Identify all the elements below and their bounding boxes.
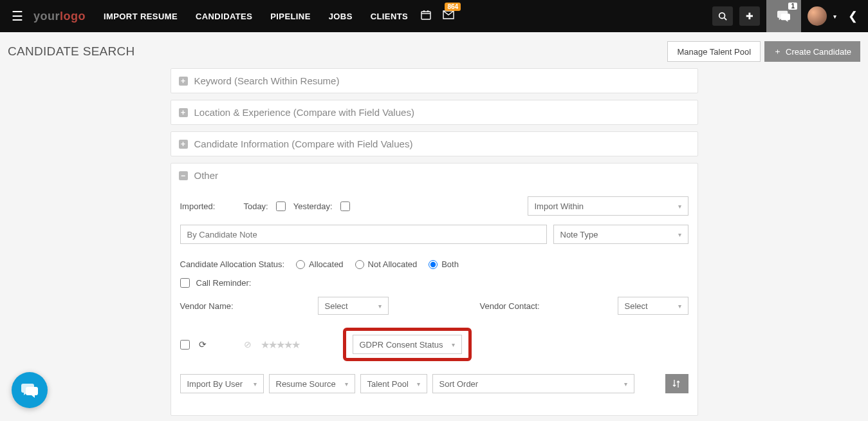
logo-part1: your	[33, 10, 60, 23]
hamburger-icon[interactable]: ☰	[5, 8, 30, 24]
gdpr-consent-select[interactable]: GDPR Consent Status ▾	[353, 335, 462, 354]
vendor-name-select[interactable]: Select ▾	[318, 297, 389, 315]
nav-icon-group: 864	[421, 10, 454, 23]
today-checkbox[interactable]	[276, 201, 286, 211]
panel-other-body: Imported: Today: Yesterday: Import Withi…	[171, 187, 697, 415]
star-rating[interactable]: ★★★★★	[261, 339, 299, 351]
chevron-down-icon: ▾	[678, 231, 681, 238]
note-type-select[interactable]: Note Type ▾	[553, 225, 688, 244]
talent-pool-select[interactable]: Talent Pool ▾	[360, 374, 427, 393]
nav-candidates[interactable]: CANDIDATES	[196, 12, 252, 21]
panel-other-head[interactable]: − Other	[171, 164, 697, 187]
sort-order-select[interactable]: Sort Order ▾	[432, 374, 634, 393]
talent-pool-value: Talent Pool	[367, 379, 409, 389]
page-title: CANDIDATE SEARCH	[8, 44, 135, 59]
chevron-down-icon: ▾	[345, 380, 348, 388]
panel-other: − Other Imported: Today: Yesterday: Impo…	[171, 163, 698, 416]
vendor-name-label: Vendor Name:	[180, 301, 309, 311]
logo-part2: logo	[60, 10, 86, 23]
vendor-contact-value: Select	[625, 301, 648, 311]
yesterday-label: Yesterday:	[293, 201, 333, 211]
call-reminder-label: Call Reminder:	[196, 278, 252, 288]
import-by-user-select[interactable]: Import By User ▾	[180, 374, 264, 393]
avatar[interactable]	[808, 6, 827, 26]
alloc-both-option[interactable]: Both	[429, 259, 459, 269]
collapse-right-icon[interactable]: ❮	[843, 9, 863, 23]
import-within-select[interactable]: Import Within ▾	[528, 196, 688, 216]
vendor-contact-select[interactable]: Select ▾	[618, 297, 688, 315]
expand-icon: +	[179, 77, 188, 86]
panel-other-title: Other	[194, 170, 219, 181]
main-nav: IMPORT RESUME CANDIDATES PIPELINE JOBS C…	[104, 12, 408, 21]
nav-clients[interactable]: CLIENTS	[371, 12, 408, 21]
block-icon: ⊘	[244, 339, 252, 350]
chevron-down-icon: ▾	[678, 203, 681, 210]
logo[interactable]: yourlogo	[33, 10, 86, 23]
allocation-label: Candidate Allocation Status:	[180, 259, 285, 269]
chevron-down-icon: ▾	[378, 303, 382, 310]
svg-line-5	[725, 18, 727, 21]
refresh-icon[interactable]: ⟳	[199, 339, 207, 350]
chevron-down-icon: ▾	[624, 380, 627, 388]
panel-keyword-title: Keyword (Search Within Resume)	[194, 75, 340, 86]
alloc-both-radio[interactable]	[429, 260, 438, 269]
alloc-not-allocated-label: Not Allocated	[368, 259, 418, 269]
candidate-note-input[interactable]	[180, 225, 547, 244]
avatar-caret-icon[interactable]: ▾	[833, 13, 836, 20]
nav-pipeline[interactable]: PIPELINE	[270, 12, 310, 21]
alloc-not-allocated-radio[interactable]	[355, 260, 364, 269]
gdpr-checkbox[interactable]	[180, 340, 190, 350]
chat-fab[interactable]	[12, 372, 48, 408]
alloc-allocated-option[interactable]: Allocated	[296, 259, 343, 269]
search-panels: + Keyword (Search Within Resume) + Locat…	[171, 68, 698, 421]
calendar-icon[interactable]	[421, 10, 431, 23]
panel-location-title: Location & Experience (Compare with Fiel…	[194, 107, 414, 118]
nav-import-resume[interactable]: IMPORT RESUME	[104, 12, 178, 21]
row-call-reminder: Call Reminder:	[180, 278, 688, 288]
topbar-right: ✚ 1 ▾ ❮	[712, 0, 863, 32]
header-actions: Manage Talent Pool ＋ Create Candidate	[667, 41, 860, 62]
plus-small-icon: ＋	[773, 46, 782, 57]
create-candidate-button[interactable]: ＋ Create Candidate	[764, 41, 860, 62]
row-note: Note Type ▾	[180, 225, 688, 244]
mail-badge: 864	[445, 3, 461, 11]
row-imported: Imported: Today: Yesterday: Import Withi…	[180, 196, 688, 216]
resume-source-select[interactable]: Resume Source ▾	[269, 374, 355, 393]
plus-icon[interactable]: ✚	[739, 6, 760, 26]
sort-order-value: Sort Order	[439, 379, 479, 389]
collapse-icon: −	[179, 171, 188, 180]
chat-badge: 1	[788, 3, 797, 10]
import-within-value: Import Within	[535, 201, 584, 211]
gdpr-consent-value: GDPR Consent Status	[360, 340, 443, 350]
panel-keyword-head[interactable]: + Keyword (Search Within Resume)	[171, 69, 697, 93]
alloc-allocated-radio[interactable]	[296, 260, 305, 269]
svg-rect-0	[421, 12, 430, 19]
panel-candidate-info-head[interactable]: + Candidate Information (Compare with Fi…	[171, 132, 697, 156]
imported-label: Imported:	[180, 201, 216, 211]
row-vendor: Vendor Name: Select ▾ Vendor Contact: Se…	[180, 297, 688, 315]
panel-location-head[interactable]: + Location & Experience (Compare with Fi…	[171, 100, 697, 124]
gdpr-highlight-box: GDPR Consent Status ▾	[343, 328, 472, 361]
svg-point-4	[719, 13, 725, 19]
nav-jobs[interactable]: JOBS	[329, 12, 353, 21]
panel-location: + Location & Experience (Compare with Fi…	[171, 100, 698, 125]
manage-talent-pool-button[interactable]: Manage Talent Pool	[667, 41, 761, 62]
chevron-down-icon: ▾	[417, 380, 420, 388]
chevron-down-icon: ▾	[254, 380, 257, 388]
top-bar: ☰ yourlogo IMPORT RESUME CANDIDATES PIPE…	[0, 0, 868, 32]
resume-source-value: Resume Source	[276, 379, 336, 389]
chat-icon[interactable]: 1	[766, 0, 801, 32]
alloc-not-allocated-option[interactable]: Not Allocated	[355, 259, 418, 269]
page-header: CANDIDATE SEARCH Manage Talent Pool ＋ Cr…	[0, 32, 868, 68]
import-by-user-value: Import By User	[187, 379, 243, 389]
vendor-name-value: Select	[325, 301, 348, 311]
alloc-both-label: Both	[441, 259, 459, 269]
sort-direction-button[interactable]	[665, 374, 688, 393]
row-allocation: Candidate Allocation Status: Allocated N…	[180, 259, 688, 269]
today-label: Today:	[243, 201, 268, 211]
mail-icon[interactable]: 864	[443, 10, 454, 22]
search-icon[interactable]	[712, 6, 733, 26]
panel-candidate-info-title: Candidate Information (Compare with Fiel…	[194, 138, 413, 149]
yesterday-checkbox[interactable]	[340, 201, 350, 211]
call-reminder-checkbox[interactable]	[180, 278, 190, 288]
